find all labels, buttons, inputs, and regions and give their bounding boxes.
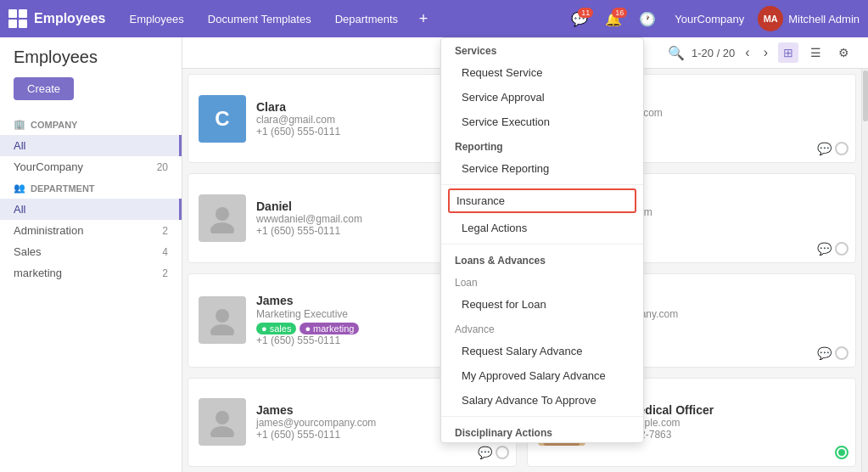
people-icon: 👥 [14, 183, 25, 194]
svg-point-10 [216, 411, 229, 424]
building-icon: 🏢 [14, 119, 25, 130]
bell-badge: 16 [612, 8, 627, 18]
company-selector[interactable]: YourCompany [668, 13, 751, 25]
app-logo[interactable]: Employees [8, 9, 105, 28]
svg-point-3 [210, 222, 234, 233]
department-section-header: 👥 DEPARTMENT [0, 177, 182, 199]
chat-icon: 💬 [478, 446, 492, 459]
sidebar-item-all-company[interactable]: All [0, 135, 182, 156]
sidebar-item-sales[interactable]: Sales 4 [0, 241, 182, 262]
dropdown-item-service-execution[interactable]: Service Execution [441, 110, 643, 134]
svg-point-11 [210, 426, 234, 437]
user-name: Mitchell Admin [788, 13, 860, 25]
select-radio[interactable] [835, 142, 848, 155]
dropdown-section-services: Services [441, 38, 643, 60]
select-radio[interactable] [835, 446, 848, 459]
divider [441, 416, 643, 417]
divider [441, 184, 643, 185]
top-navigation: Employees Employees Document Templates D… [0, 0, 868, 37]
dropdown-item-service-approval[interactable]: Service Approval [441, 85, 643, 110]
dropdown-section-disciplinary: Disciplinary Actions [441, 420, 643, 442]
grid-icon [8, 9, 27, 28]
company-section-header: 🏢 COMPANY [0, 114, 182, 135]
clock-icon: 🕐 [639, 11, 656, 27]
chat-button[interactable]: 💬 11 [566, 8, 593, 31]
dropdown-subsection-loan: Loan [441, 270, 643, 292]
avatar [199, 296, 246, 344]
svg-point-7 [210, 324, 234, 335]
nav-departments[interactable]: Departments [325, 9, 408, 29]
nav-add-button[interactable]: + [412, 7, 435, 31]
divider [441, 244, 643, 244]
pagination-info: 1-20 / 20 [692, 47, 735, 59]
dropdown-item-request-service[interactable]: Request Service [441, 60, 643, 85]
dropdown-item-service-reporting[interactable]: Service Reporting [441, 156, 643, 181]
dropdown-item-request-salary-advance[interactable]: Request Salary Advance [441, 339, 643, 363]
grid-view-button[interactable]: ⊞ [778, 42, 798, 63]
dropdown-item-legal-actions[interactable]: Legal Actions [441, 216, 643, 240]
sidebar-item-administration[interactable]: Administration 2 [0, 220, 182, 241]
search-button[interactable]: 🔍 [668, 45, 685, 61]
nav-links: Employees Document Templates Departments… [119, 7, 435, 31]
dropdown-item-my-approved-salary-advance[interactable]: My Approved Salary Advance [441, 363, 643, 388]
avatar [199, 194, 246, 242]
dropdown-item-insurance[interactable]: Insurance [450, 190, 635, 211]
svg-point-6 [216, 309, 229, 323]
avatar [199, 398, 246, 446]
select-radio[interactable] [496, 446, 509, 459]
chat-icon: 💬 [817, 242, 832, 256]
sidebar: Employees Create 🏢 COMPANY All YourCompa… [0, 37, 182, 472]
tag-marketing: ● marketing [300, 323, 359, 334]
user-menu[interactable]: MA Mitchell Admin [758, 6, 860, 31]
sidebar-item-yourcompany[interactable]: YourCompany 20 [0, 156, 182, 177]
pagination-next[interactable]: › [760, 43, 771, 62]
user-avatar: MA [758, 6, 783, 31]
scrollbar[interactable] [861, 69, 868, 472]
list-view-button[interactable]: ☰ [805, 42, 826, 63]
pagination-prev[interactable]: ‹ [742, 43, 753, 62]
clock-button[interactable]: 🕐 [634, 8, 661, 31]
chat-icon: 💬 [817, 142, 832, 155]
scrollbar-thumb[interactable] [863, 70, 868, 121]
chat-icon: 💬 [817, 346, 832, 360]
dropdown-item-request-loan[interactable]: Request for Loan [441, 292, 643, 317]
dropdown-item-salary-advance-to-approve[interactable]: Salary Advance To Approve [441, 388, 643, 413]
dropdown-section-loans: Loans & Advances [441, 248, 643, 270]
app-name: Employees [34, 11, 105, 26]
sidebar-item-marketing[interactable]: marketing 2 [0, 262, 182, 284]
nav-employees[interactable]: Employees [119, 9, 193, 29]
main-container: Employees Create 🏢 COMPANY All YourCompa… [0, 37, 868, 472]
select-radio[interactable] [835, 242, 848, 256]
sidebar-item-all-dept[interactable]: All [0, 199, 182, 220]
dropdown-subsection-advance: Advance [441, 317, 643, 339]
bell-button[interactable]: 🔔 16 [600, 8, 627, 31]
select-radio[interactable] [835, 346, 848, 360]
dropdown-menu: Services Request Service Service Approva… [440, 37, 644, 443]
nav-document-templates[interactable]: Document Templates [198, 9, 322, 29]
avatar: C [199, 95, 246, 143]
nav-right: 💬 11 🔔 16 🕐 YourCompany MA Mitchell Admi… [566, 6, 860, 31]
chat-badge: 11 [578, 8, 593, 18]
dropdown-section-reporting: Reporting [441, 134, 643, 156]
settings-view-button[interactable]: ⚙ [833, 42, 854, 63]
svg-point-2 [216, 207, 229, 221]
create-button[interactable]: Create [14, 77, 74, 100]
tag-sales: ● sales [256, 323, 296, 334]
page-title: Employees [0, 48, 182, 74]
